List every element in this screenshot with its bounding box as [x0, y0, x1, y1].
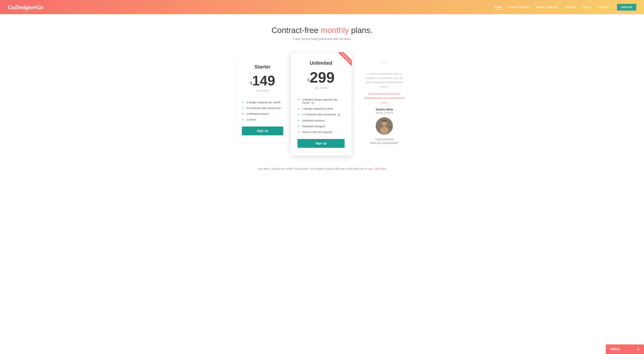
unlimited-feature-4: Unlimited revisions: [298, 119, 344, 122]
nav-how-it-works[interactable]: HOW IT WORKS: [509, 6, 530, 9]
testimonial-link-designed[interactable]: What can I get designed?: [370, 141, 398, 144]
unlimited-feature-3: 1-2 business day turnaround ?: [298, 113, 344, 116]
unlimited-feature-5: Dedicated designer: [298, 125, 344, 128]
quote-icon: ““: [363, 60, 406, 69]
starter-signup-button[interactable]: Sign up: [242, 126, 283, 135]
unlimited-price-amount: 299: [310, 69, 334, 86]
unlimited-features: Unlimited design requests per month ? 1 …: [298, 98, 344, 134]
unlimited-feature-6: Source Files (by request): [298, 130, 344, 134]
hero-title: Contract-free monthly plans.: [4, 26, 640, 35]
testimonial-highlight: Thank you guys for all the fun, amazing …: [363, 92, 406, 104]
unlimited-feature-2: 1 design request at a time: [298, 107, 344, 110]
testimonial-section: ““ I can't recommend their service enoug…: [360, 56, 409, 148]
footer-note-text: Just need 1 design per month? No problem…: [258, 167, 374, 170]
pricing-section: Starter $149 per month 3 design requests…: [216, 48, 428, 163]
testimonial-name: Sandro Mota: [363, 108, 406, 111]
offline-badge[interactable]: Offline ∧: [606, 344, 644, 354]
starter-per-month: per month: [242, 89, 283, 92]
testimonial-link-question[interactable]: I have a question: [375, 138, 394, 140]
unlimited-feature-1-text: Unlimited design requests per month: [302, 98, 338, 104]
unlimited-price-block: $299: [298, 70, 344, 85]
testimonial-links: I have a question What can I get designe…: [363, 138, 406, 144]
popular-badge: POPULAR: [334, 52, 352, 70]
svg-rect-3: [384, 125, 385, 127]
nav-links: HOME HOW IT WORKS WORK SAMPLES PRICING B…: [494, 5, 636, 9]
starter-price-symbol: $: [250, 81, 252, 85]
offline-label: Offline: [610, 347, 620, 351]
hero-title-monthly: monthly: [321, 26, 349, 35]
footer-note: Just need 1 design per month? No problem…: [0, 163, 644, 174]
starter-feature-4: 1 brand: [242, 118, 283, 121]
starter-feature-1: 3 design requests per month: [242, 101, 283, 104]
hero-title-part1: Contract-free: [272, 26, 321, 35]
starter-feature-2: 3-4 business day turnaround: [242, 107, 283, 110]
testimonial-role: Owner, STM Fit: [363, 111, 406, 114]
nav-work-samples[interactable]: WORK SAMPLES: [536, 6, 558, 9]
starter-features: 3 design requests per month 3-4 business…: [242, 101, 283, 121]
unlimited-price-symbol: $: [308, 78, 310, 82]
svg-point-2: [380, 127, 388, 134]
footer-note-link[interactable]: Click here.: [374, 167, 386, 170]
unlimited-feature-1: Unlimited design requests per month ?: [298, 98, 344, 104]
starter-price-amount: 149: [252, 73, 275, 88]
navbar: GoDesignerGo HOME HOW IT WORKS WORK SAMP…: [0, 0, 644, 14]
starter-price-block: $149: [242, 74, 283, 88]
chevron-up-icon: ∧: [637, 347, 640, 351]
starter-feature-3: Unlimited revisions: [242, 112, 283, 115]
unlimited-feature-3-text: 1-2 business day turnaround: [302, 113, 336, 116]
nav-blog[interactable]: BLOG: [583, 6, 590, 9]
nav-contact[interactable]: CONTACT: [598, 6, 610, 9]
starter-card: Starter $149 per month 3 design requests…: [235, 56, 290, 143]
nav-signup-button[interactable]: SIGN UP: [617, 4, 636, 11]
unlimited-per-month: per month: [298, 86, 344, 89]
avatar: [376, 117, 393, 135]
hero-title-part2: plans.: [349, 26, 372, 35]
nav-pricing[interactable]: PRICING: [565, 6, 576, 9]
help-icon-1[interactable]: ?: [311, 101, 314, 104]
hero-subtitle: 7-day money-back guarantee with all plan…: [4, 37, 640, 41]
unlimited-card-wrapper: POPULAR Unlimited $299 per month Unlimit…: [290, 52, 352, 156]
testimonial-text: I can't recommend their service enough! …: [363, 72, 406, 89]
logo[interactable]: GoDesignerGo: [8, 4, 43, 11]
hero-section: Contract-free monthly plans. 7-day money…: [0, 14, 644, 48]
popular-badge-label: POPULAR: [338, 52, 352, 66]
nav-home[interactable]: HOME: [494, 6, 502, 10]
starter-title: Starter: [242, 64, 283, 70]
help-icon-2[interactable]: ?: [338, 113, 340, 116]
unlimited-signup-button[interactable]: Sign up: [298, 139, 344, 148]
